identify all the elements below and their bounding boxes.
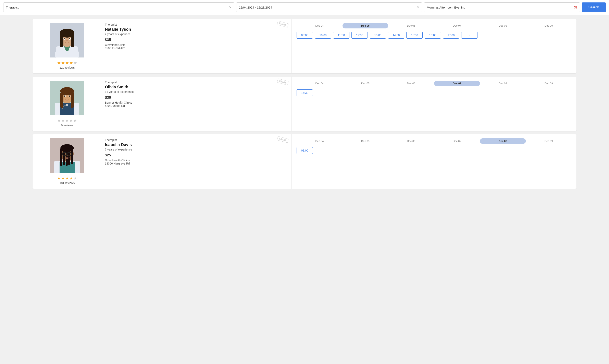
- time-input[interactable]: [427, 6, 572, 9]
- star-3: ★: [65, 118, 69, 123]
- date-input-wrap[interactable]: ✕: [236, 2, 422, 12]
- svg-point-30: [67, 98, 68, 99]
- card-right-isabella-davis: Dec 04Dec 05Dec 06Dec 07Dec 08Dec 09 08:…: [292, 134, 577, 189]
- svg-rect-8: [71, 33, 74, 47]
- time-slot-3[interactable]: 12:00: [352, 32, 368, 39]
- date-header-5[interactable]: Dec 09: [526, 138, 572, 144]
- price-natalie-tyson: $35: [105, 38, 288, 42]
- therapist-photo-isabella-davis: [50, 138, 84, 173]
- time-slot-5[interactable]: 14:00: [388, 32, 404, 39]
- svg-point-47: [64, 153, 65, 155]
- card-right-olivia-smith: Dec 04Dec 05Dec 06Dec 07Dec 08Dec 09 14:…: [292, 77, 577, 131]
- svg-rect-42: [68, 148, 70, 165]
- time-slot-7[interactable]: 16:00: [425, 32, 441, 39]
- time-slot-0[interactable]: 08:00: [297, 147, 313, 154]
- time-slot-4[interactable]: 13:00: [370, 32, 386, 39]
- date-header-0[interactable]: Dec 04: [297, 138, 342, 144]
- star-1: ★: [57, 176, 61, 181]
- time-slot-0[interactable]: 09:00: [297, 32, 313, 39]
- star-rating-olivia-smith: ★★★★★: [57, 118, 77, 123]
- trial-badge-olivia-smith: TRIAL: [277, 78, 289, 85]
- date-header-2[interactable]: Dec 06: [388, 81, 434, 86]
- date-header-5[interactable]: Dec 09: [526, 23, 572, 28]
- date-header-5[interactable]: Dec 09: [526, 81, 572, 86]
- svg-point-13: [66, 40, 68, 41]
- date-header-4[interactable]: Dec 08: [480, 23, 526, 28]
- svg-point-48: [69, 153, 70, 155]
- svg-point-14: [65, 43, 69, 47]
- star-1: ★: [57, 60, 61, 65]
- review-count-natalie-tyson: 120 reviews: [60, 66, 75, 69]
- clinic-name-olivia-smith: Banner Health Clinics: [105, 101, 288, 104]
- svg-point-20: [66, 104, 68, 106]
- search-bar: ✕ ✕ ⏰ Search: [0, 0, 609, 15]
- search-button[interactable]: Search: [582, 2, 606, 12]
- date-header-0[interactable]: Dec 04: [297, 23, 342, 28]
- results-container: ★★★★★ 120 reviews TRIAL Therapist Natali…: [0, 15, 609, 193]
- therapist-card-olivia-smith: ★★★★★ 0 reviews TRIAL Therapist Olivia S…: [32, 77, 577, 131]
- time-input-wrap[interactable]: ⏰: [424, 2, 580, 12]
- date-header-1[interactable]: Dec 05: [342, 81, 389, 86]
- star-5: ★: [73, 60, 77, 65]
- date-header-3[interactable]: Dec 07: [434, 23, 480, 28]
- time-slot-1[interactable]: 10:00: [315, 32, 331, 39]
- date-input[interactable]: [239, 6, 415, 9]
- therapist-card-natalie-tyson: ★★★★★ 120 reviews TRIAL Therapist Natali…: [32, 19, 577, 73]
- card-left-olivia-smith: ★★★★★ 0 reviews: [32, 77, 102, 131]
- date-header-2[interactable]: Dec 06: [388, 138, 434, 144]
- clinic-address-isabella-davis: 13300 Hargrave Rd: [105, 162, 288, 165]
- date-header-3[interactable]: Dec 07: [434, 138, 480, 144]
- date-header-1[interactable]: Dec 05: [342, 23, 389, 28]
- date-header-4[interactable]: Dec 08: [480, 138, 526, 144]
- svg-rect-40: [63, 148, 65, 165]
- specialty-label-isabella-davis: Therapist: [105, 138, 288, 142]
- card-middle-natalie-tyson: TRIAL Therapist Natalie Tyson 2 years of…: [102, 19, 292, 73]
- date-header-2[interactable]: Dec 06: [388, 23, 434, 28]
- specialty-label-olivia-smith: Therapist: [105, 81, 288, 84]
- therapist-name-isabella-davis: Isabella Davis: [105, 143, 288, 147]
- clinic-name-natalie-tyson: Cleveland Clinic: [105, 43, 288, 47]
- date-header-1[interactable]: Dec 05: [342, 138, 389, 144]
- star-4: ★: [69, 118, 73, 123]
- experience-natalie-tyson: 2 years of experiece: [105, 32, 288, 36]
- date-header-4[interactable]: Dec 08: [480, 81, 526, 86]
- review-count-olivia-smith: 0 reviews: [61, 124, 73, 127]
- trial-badge-isabella-davis: TRIAL: [277, 136, 289, 143]
- svg-rect-43: [71, 148, 73, 164]
- therapist-name-natalie-tyson: Natalie Tyson: [105, 27, 288, 32]
- star-5: ★: [73, 176, 77, 181]
- clinic-address-natalie-tyson: 9500 Euclid Ave: [105, 47, 288, 50]
- price-olivia-smith: $30: [105, 95, 288, 100]
- date-header-0[interactable]: Dec 04: [297, 81, 342, 86]
- card-left-natalie-tyson: ★★★★★ 120 reviews: [32, 19, 102, 73]
- star-1: ★: [57, 118, 61, 123]
- star-3: ★: [65, 176, 69, 181]
- svg-rect-7: [60, 33, 63, 47]
- star-4: ★: [69, 176, 73, 181]
- star-2: ★: [61, 118, 65, 123]
- clock-icon: ⏰: [573, 5, 577, 9]
- time-slot-8[interactable]: 17:00: [443, 32, 459, 39]
- svg-rect-25: [71, 92, 74, 108]
- time-slot-more[interactable]: ⌄: [461, 32, 477, 39]
- specialty-input-wrap[interactable]: ✕: [3, 2, 234, 12]
- svg-rect-24: [60, 92, 63, 108]
- svg-point-49: [67, 156, 68, 156]
- specialty-input[interactable]: [6, 6, 227, 9]
- date-clear-icon[interactable]: ✕: [417, 5, 419, 9]
- clinic-address-olivia-smith: 420 Dundee Rd: [105, 104, 288, 107]
- specialty-clear-icon[interactable]: ✕: [229, 5, 231, 9]
- date-header-3[interactable]: Dec 07: [434, 81, 480, 86]
- svg-point-11: [64, 38, 65, 39]
- date-header-row-natalie-tyson: Dec 04Dec 05Dec 06Dec 07Dec 08Dec 09: [297, 23, 572, 28]
- time-slot-6[interactable]: 15:00: [406, 32, 423, 39]
- price-isabella-davis: $25: [105, 153, 288, 157]
- date-header-row-olivia-smith: Dec 04Dec 05Dec 06Dec 07Dec 08Dec 09: [297, 81, 572, 86]
- time-slot-2[interactable]: 11:00: [333, 32, 350, 39]
- experience-isabella-davis: 7 years of experience: [105, 148, 288, 151]
- svg-rect-19: [74, 104, 79, 115]
- time-slot-0[interactable]: 14:30: [297, 89, 313, 96]
- therapist-photo-olivia-smith: [50, 81, 84, 115]
- trial-badge-natalie-tyson: TRIAL: [277, 21, 289, 27]
- svg-point-28: [64, 95, 65, 97]
